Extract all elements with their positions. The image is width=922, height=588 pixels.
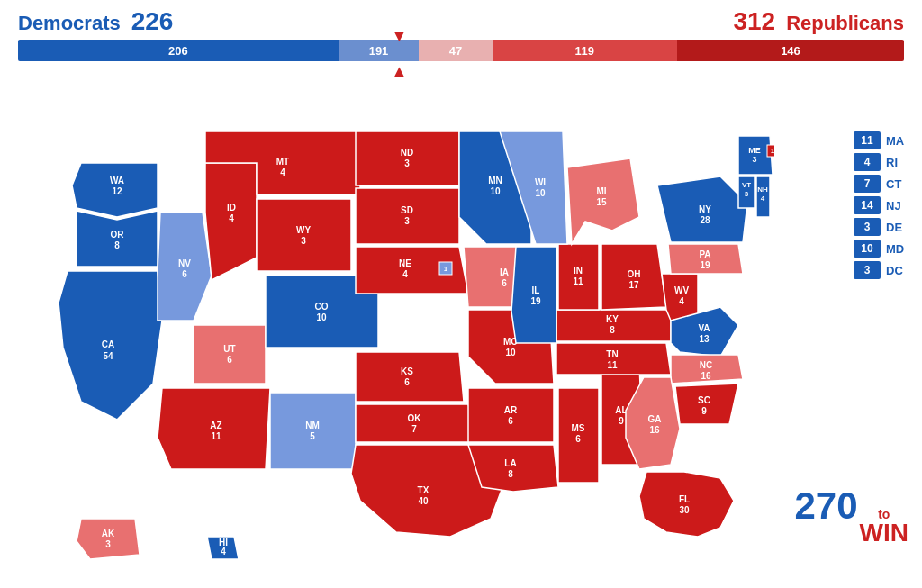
- sidebar-item-MA: 11 MA: [854, 131, 913, 149]
- sidebar-item-NJ: 14 NJ: [854, 196, 913, 214]
- sidebar-state-MD: MD: [886, 242, 913, 256]
- us-map-svg: WA 12 OR 8 CA 54 NV 6 ID 4 MT 4 WY 3 UT …: [0, 77, 774, 582]
- state-SC[interactable]: [675, 384, 738, 424]
- sidebar-item-DC: 3 DC: [854, 261, 913, 279]
- state-AK[interactable]: [77, 519, 140, 559]
- state-WV[interactable]: [662, 274, 698, 321]
- dem-solid-bar: 206: [18, 40, 339, 61]
- logo-win: WIN: [860, 520, 908, 546]
- state-PA[interactable]: [668, 244, 743, 274]
- rep-label: Republicans: [786, 12, 904, 35]
- progress-bar: 206 191 47 119 146: [18, 40, 904, 61]
- state-WY[interactable]: [257, 199, 351, 271]
- sidebar-ev-MD: 10: [854, 240, 881, 258]
- state-MI[interactable]: [567, 158, 639, 244]
- state-NY[interactable]: [657, 176, 747, 242]
- dem-count: 226: [131, 7, 174, 36]
- sidebar-ev-MA: 11: [854, 131, 881, 149]
- state-LA[interactable]: [468, 445, 558, 492]
- sidebar-ev-RI: 4: [854, 153, 881, 171]
- state-TN[interactable]: [556, 343, 671, 375]
- state-AZ[interactable]: [158, 388, 270, 469]
- state-AR[interactable]: [468, 388, 554, 442]
- state-SD[interactable]: [356, 188, 459, 244]
- state-ND[interactable]: [356, 131, 459, 185]
- header: Democrats 226 312 Republicans: [0, 0, 922, 40]
- state-IN[interactable]: [558, 244, 599, 310]
- sidebar-state-NJ: NJ: [886, 199, 913, 213]
- dem-label: Democrats: [18, 12, 121, 35]
- state-CA[interactable]: [59, 271, 162, 420]
- state-NH[interactable]: [756, 176, 770, 217]
- state-KY[interactable]: [556, 310, 671, 341]
- center-arrow-down: ▼: [392, 27, 408, 46]
- state-ID[interactable]: [205, 163, 257, 280]
- sidebar-state-RI: RI: [886, 156, 913, 169]
- rep-count: 312: [733, 7, 775, 36]
- sidebar-ev-DE: 3: [854, 218, 881, 236]
- sidebar-state-CT: CT: [886, 177, 913, 191]
- state-FL[interactable]: [639, 472, 734, 537]
- state-NV[interactable]: [158, 213, 212, 321]
- state-HI[interactable]: [207, 537, 239, 559]
- state-NM[interactable]: [270, 393, 356, 469]
- state-UT[interactable]: [194, 325, 266, 384]
- sidebar-item-CT: 7 CT: [854, 175, 913, 193]
- state-OR[interactable]: [77, 211, 158, 267]
- state-VT[interactable]: [738, 176, 755, 208]
- sidebar-item-DE: 3 DE: [854, 218, 913, 236]
- sidebar-ev-DC: 3: [854, 261, 881, 279]
- logo-270: 270: [794, 487, 857, 525]
- state-MS[interactable]: [558, 388, 599, 483]
- svg-rect-28: [439, 262, 452, 275]
- electoral-progress-bar: ▼ 206 191 47 119 146 ▲: [18, 40, 904, 68]
- state-IL[interactable]: [511, 247, 556, 343]
- state-NC[interactable]: [671, 355, 743, 384]
- small-states-sidebar: 11 MA 4 RI 7 CT 14 NJ 3 DE 10 MD 3 DC: [854, 131, 913, 279]
- sidebar-ev-NJ: 14: [854, 196, 881, 214]
- state-KS[interactable]: [356, 352, 464, 402]
- rep-likely-bar: 119: [493, 40, 677, 61]
- sidebar-state-DC: DC: [886, 264, 913, 277]
- map-container: WA 12 OR 8 CA 54 NV 6 ID 4 MT 4 WY 3 UT …: [0, 77, 922, 588]
- sidebar-ev-CT: 7: [854, 175, 881, 193]
- rep-solid-bar: 146: [677, 40, 904, 61]
- logo-270towin: 270 to WIN: [794, 487, 908, 546]
- sidebar-item-MD: 10 MD: [854, 240, 913, 258]
- state-WA[interactable]: [72, 163, 158, 217]
- sidebar-state-DE: DE: [886, 221, 913, 234]
- sidebar-item-RI: 4 RI: [854, 153, 913, 171]
- svg-rect-86: [767, 145, 774, 157]
- sidebar-state-MA: MA: [886, 134, 913, 148]
- state-OH[interactable]: [601, 244, 666, 310]
- tossup-bar: 47: [419, 40, 492, 61]
- state-OK[interactable]: [356, 404, 482, 442]
